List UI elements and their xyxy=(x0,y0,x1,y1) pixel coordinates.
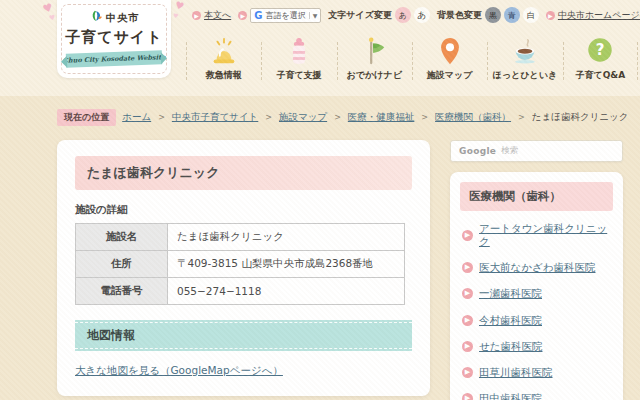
skip-to-content-link[interactable]: ▶ 本文へ xyxy=(192,9,231,22)
list-item: ▶ 医大前なかざわ歯科医院 xyxy=(460,254,613,280)
sidebar-dental-card: 医療機関（歯科） ▶ アートタウン歯科クリニック ▶ 医大前なかざわ歯科医院 ▶… xyxy=(450,172,623,400)
logo-ribbon: Chuo City Kosodate Website xyxy=(66,50,162,67)
global-nav: 救急情報 子育て支援 xyxy=(186,32,638,92)
arrow-bullet-icon: ▶ xyxy=(462,262,473,273)
font-size-small-button[interactable]: あ xyxy=(395,7,411,23)
nav-item-facility-map[interactable]: 施設マップ xyxy=(412,32,487,92)
google-search-input[interactable]: Google 検索 xyxy=(450,140,623,162)
list-item: ▶ 一瀬歯科医院 xyxy=(460,280,613,306)
nav-label: 子育て支援 xyxy=(276,69,321,82)
translate-label: 言語を選択 xyxy=(265,10,305,21)
row-label-facility-name: 施設名 xyxy=(76,224,168,251)
nav-item-childcare-support[interactable]: 子育て支援 xyxy=(261,32,336,92)
arrow-bullet-icon: ▶ xyxy=(238,11,247,20)
sidebar-list: ▶ アートタウン歯科クリニック ▶ 医大前なかざわ歯科医院 ▶ 一瀬歯科医院 ▶… xyxy=(460,215,613,400)
breadcrumb-link-site[interactable]: 中央市子育てサイト xyxy=(172,111,258,124)
table-row: 住所 〒409-3815 山梨県中央市成島2368番地 xyxy=(76,251,405,278)
map-pin-icon xyxy=(435,36,465,66)
facility-details-table: 施設名 たまほ歯科クリニック 住所 〒409-3815 山梨県中央市成島2368… xyxy=(75,223,405,305)
breadcrumb-separator: > xyxy=(518,113,525,122)
arrow-bullet-icon: ▶ xyxy=(462,341,473,352)
list-item: ▶ せた歯科医院 xyxy=(460,333,613,359)
city-homepage-label: 中央市ホームページへ xyxy=(558,9,640,22)
breadcrumb-label-badge: 現在の位置 xyxy=(57,109,116,126)
background-color-controls: 背景色変更 黒 青 白 xyxy=(437,7,539,23)
breadcrumb-link-medical-welfare[interactable]: 医療・健康福祉 xyxy=(348,111,415,124)
breadcrumb-current-page: たまほ歯科クリニック xyxy=(532,111,629,124)
nav-label: 救急情報 xyxy=(206,69,242,82)
google-search-placeholder: 検索 xyxy=(501,145,518,157)
font-size-controls: 文字サイズ変更 あ あ xyxy=(328,7,430,23)
coffee-cup-icon xyxy=(510,36,540,66)
svg-text:?: ? xyxy=(596,41,605,59)
breadcrumb-separator: > xyxy=(158,113,165,122)
main-content-card: たまほ歯科クリニック 施設の詳細 施設名 たまほ歯科クリニック 住所 〒409-… xyxy=(57,140,430,396)
page-title: たまほ歯科クリニック xyxy=(75,156,412,190)
nav-label: 施設マップ xyxy=(427,69,473,82)
site-header: ♥ ♥ ♥ ♥ 中央市 子育てサイト Chuo Cit xyxy=(0,0,640,96)
city-name: 中央市 xyxy=(106,11,139,25)
sidebar-item-imamura-dental[interactable]: 今村歯科医院 xyxy=(479,314,542,327)
list-item: ▶ 田草川歯科医院 xyxy=(460,359,613,385)
siren-icon xyxy=(209,36,239,66)
breadcrumb-separator: > xyxy=(334,113,341,122)
arrow-bullet-icon: ▶ xyxy=(462,230,473,241)
row-value-facility-name: たまほ歯科クリニック xyxy=(168,224,405,251)
site-logo[interactable]: ♥ ♥ ♥ ♥ 中央市 子育てサイト Chuo Cit xyxy=(57,0,171,78)
arrow-bullet-icon: ▶ xyxy=(546,11,555,20)
question-icon: ? xyxy=(585,36,615,66)
sidebar-item-idaimae-nakazawa-dental[interactable]: 医大前なかざわ歯科医院 xyxy=(479,261,595,274)
sidebar-item-takusagawa-dental[interactable]: 田草川歯科医院 xyxy=(479,366,553,379)
baby-bottle-icon xyxy=(284,36,314,66)
google-logo-icon: G xyxy=(254,10,262,21)
heart-icon: ♥ xyxy=(48,14,56,23)
sidebar-item-tanaka-dental[interactable]: 田中歯科医院 xyxy=(479,392,542,400)
nav-label: ほっとひといき xyxy=(493,69,557,82)
sidebar-heading: 医療機関（歯科） xyxy=(460,182,613,211)
google-map-link[interactable]: 大きな地図を見る（GoogleMapページへ） xyxy=(75,364,283,378)
nav-item-outing-navi[interactable]: おでかけナビ xyxy=(337,32,412,92)
row-value-address: 〒409-3815 山梨県中央市成島2368番地 xyxy=(168,251,405,278)
facility-details-heading: 施設の詳細 xyxy=(75,203,412,217)
page: ♥ ♥ ♥ ♥ 中央市 子育てサイト Chuo Cit xyxy=(0,0,640,400)
list-item: ▶ 今村歯科医院 xyxy=(460,307,613,333)
utility-bar: ▶ 本文へ ▶ G 言語を選択 ▼ 文字サイズ変更 あ あ 背景色変更 黒 青 xyxy=(192,5,634,25)
logo-inner: 中央市 子育てサイト Chuo City Kosodate Website xyxy=(57,0,171,78)
arrow-bullet-icon: ▶ xyxy=(462,288,473,299)
nav-label: おでかけナビ xyxy=(347,69,402,82)
language-select-group: ▶ G 言語を選択 ▼ xyxy=(238,8,321,23)
flag-icon xyxy=(359,36,389,66)
nav-item-qa[interactable]: ? 子育てQ&A xyxy=(563,32,638,92)
font-size-large-button[interactable]: あ xyxy=(414,7,430,23)
table-row: 施設名 たまほ歯科クリニック xyxy=(76,224,405,251)
sidebar-item-seta-dental[interactable]: せた歯科医院 xyxy=(479,340,543,353)
breadcrumb-separator: > xyxy=(265,113,272,122)
breadcrumb-link-dental[interactable]: 医療機関（歯科） xyxy=(435,111,511,124)
sidebar-item-arttown-dental[interactable]: アートタウン歯科クリニック xyxy=(479,222,611,248)
breadcrumb-link-home[interactable]: ホーム xyxy=(122,111,151,124)
arrow-bullet-icon: ▶ xyxy=(192,11,201,20)
breadcrumb-link-facility-map[interactable]: 施設マップ xyxy=(279,111,327,124)
heart-icon: ♥ xyxy=(172,12,178,20)
sidebar-item-ichinose-dental[interactable]: 一瀬歯科医院 xyxy=(479,287,542,300)
nav-item-hot-break[interactable]: ほっとひといき xyxy=(487,32,562,92)
google-translate-select[interactable]: G 言語を選択 ▼ xyxy=(250,8,321,23)
row-label-phone: 電話番号 xyxy=(76,278,168,305)
nav-item-emergency[interactable]: 救急情報 xyxy=(186,32,261,92)
logo-ribbon-text: Chuo City Kosodate Website xyxy=(63,53,166,65)
map-info-heading: 地図情報 xyxy=(75,320,412,351)
bg-blue-button[interactable]: 青 xyxy=(504,7,520,23)
bg-black-button[interactable]: 黒 xyxy=(485,7,501,23)
list-item: ▶ アートタウン歯科クリニック xyxy=(460,215,613,254)
bg-white-button[interactable]: 白 xyxy=(523,7,539,23)
row-label-address: 住所 xyxy=(76,251,168,278)
arrow-bullet-icon: ▶ xyxy=(462,393,473,400)
list-item: ▶ 田中歯科医院 xyxy=(460,385,613,400)
bg-color-label: 背景色変更 xyxy=(437,9,482,22)
site-title: 子育てサイト xyxy=(65,28,162,47)
row-value-phone: 055−274−1118 xyxy=(168,278,405,305)
city-homepage-link[interactable]: ▶ 中央市ホームページへ xyxy=(546,9,640,22)
skip-link-label: 本文へ xyxy=(204,9,231,22)
table-row: 電話番号 055−274−1118 xyxy=(76,278,405,305)
heart-icon: ♥ xyxy=(174,0,186,12)
